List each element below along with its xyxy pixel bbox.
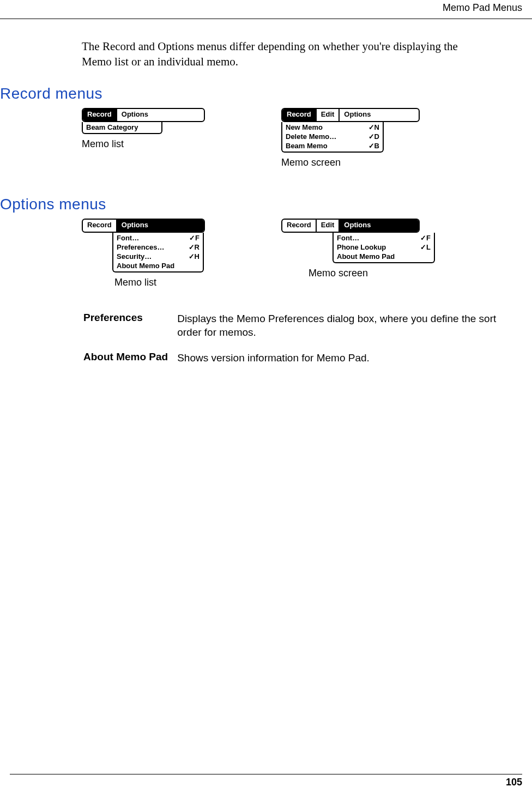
caption: Memo screen [309, 268, 435, 279]
menu-item-shortcut: ✓R [189, 243, 200, 252]
menu-item[interactable]: Phone Lookup ✓L [335, 243, 433, 252]
menu-item-shortcut: ✓F [189, 233, 200, 243]
menu-tab-record[interactable]: Record [282, 220, 317, 232]
options-menus-row: Record Options Font… ✓F Preferences… ✓R [82, 219, 522, 288]
content: The Record and Options menus differ depe… [0, 27, 532, 376]
menu-tab-record[interactable]: Record [83, 220, 117, 232]
record-menus-row: Record Options Beam Category Memo list [82, 108, 522, 168]
section-heading-record: Record menus [0, 85, 522, 102]
menubar: Record Edit Options [281, 219, 420, 233]
palm-menu: Record Edit Options Font… ✓F Phone Looku… [281, 219, 435, 263]
palm-menu: Record Edit Options New Memo ✓N Delete M… [281, 108, 420, 153]
menu-item-label: Delete Memo… [286, 132, 336, 141]
menu-item-label: New Memo [286, 123, 323, 132]
menu-tab-options[interactable]: Options [340, 109, 419, 121]
menu-item-label: Preferences… [117, 243, 164, 252]
record-memo-screen-block: Record Edit Options New Memo ✓N Delete M… [281, 108, 420, 168]
menu-item-label: Beam Memo [286, 141, 328, 150]
menu-item-shortcut: ✓F [420, 233, 431, 243]
menubar: Record Options [82, 219, 205, 233]
palm-menu: Record Options Font… ✓F Preferences… ✓R [82, 219, 205, 273]
menu-item[interactable]: Beam Memo ✓B [283, 141, 382, 150]
menu-tab-record[interactable]: Record [83, 109, 117, 121]
definition-term: Preferences [83, 311, 176, 349]
options-memo-list-block: Record Options Font… ✓F Preferences… ✓R [82, 219, 205, 288]
caption: Memo list [82, 138, 205, 150]
definition-description: Shows version information for Memo Pad. [177, 350, 521, 375]
caption: Memo screen [281, 157, 420, 168]
record-memo-list-block: Record Options Beam Category Memo list [82, 108, 205, 168]
palm-menu: Record Options Beam Category [82, 108, 205, 134]
page-number: 105 [506, 777, 522, 788]
definition-row: About Memo Pad Shows version information… [83, 350, 521, 375]
menu-tab-edit[interactable]: Edit [317, 109, 340, 121]
menu-item-label: Phone Lookup [337, 243, 386, 252]
menu-item[interactable]: Font… ✓F [335, 233, 433, 243]
menu-item[interactable]: New Memo ✓N [283, 123, 382, 132]
definition-term: About Memo Pad [83, 350, 176, 375]
definition-description: Displays the Memo Preferences dialog box… [177, 311, 521, 349]
menubar: Record Edit Options [281, 108, 420, 122]
page-header: Memo Pad Menus [0, 0, 532, 19]
menu-item[interactable]: Delete Memo… ✓D [283, 132, 382, 141]
menu-item[interactable]: About Memo Pad [114, 261, 202, 270]
menu-item-label: Font… [117, 233, 139, 243]
menu-tab-record[interactable]: Record [282, 109, 317, 121]
section-heading-options: Options menus [0, 196, 522, 213]
menu-item[interactable]: About Memo Pad [335, 252, 433, 261]
menu-item-shortcut: ✓D [368, 132, 379, 141]
options-memo-screen-block: Record Edit Options Font… ✓F Phone Looku… [281, 219, 435, 288]
menu-tab-edit[interactable]: Edit [317, 220, 340, 232]
menu-dropdown: New Memo ✓N Delete Memo… ✓D Beam Memo ✓B [281, 122, 384, 153]
menu-item-shortcut: ✓H [189, 252, 200, 261]
menu-item[interactable]: Security… ✓H [114, 252, 202, 261]
menu-dropdown: Beam Category [82, 122, 162, 134]
menubar: Record Options [82, 108, 205, 122]
menu-item-shortcut: ✓B [368, 141, 379, 150]
menu-tab-options[interactable]: Options [340, 220, 419, 232]
caption: Memo list [114, 277, 205, 288]
menu-item-label: Security… [117, 252, 152, 261]
definitions-table: Preferences Displays the Memo Preference… [82, 310, 522, 376]
menu-item[interactable]: Preferences… ✓R [114, 243, 202, 252]
menu-item-label: Font… [337, 233, 359, 243]
menu-item-shortcut: ✓L [420, 243, 431, 252]
menu-item-label: About Memo Pad [117, 261, 174, 270]
menu-tab-options[interactable]: Options [117, 109, 204, 121]
menu-item-label: About Memo Pad [337, 252, 395, 261]
page-footer: 105 [10, 774, 522, 788]
menu-dropdown: Font… ✓F Preferences… ✓R Security… ✓H [112, 233, 204, 273]
menu-tab-options[interactable]: Options [117, 220, 204, 232]
header-title: Memo Pad Menus [443, 2, 522, 13]
definition-row: Preferences Displays the Memo Preference… [83, 311, 521, 349]
intro-paragraph: The Record and Options menus differ depe… [82, 39, 489, 70]
menu-item[interactable]: Beam Category [84, 123, 160, 132]
menu-item-label: Beam Category [86, 123, 138, 132]
menu-item-shortcut: ✓N [368, 123, 379, 132]
menu-dropdown: Font… ✓F Phone Lookup ✓L About Memo Pad [332, 233, 435, 263]
menu-item[interactable]: Font… ✓F [114, 233, 202, 243]
